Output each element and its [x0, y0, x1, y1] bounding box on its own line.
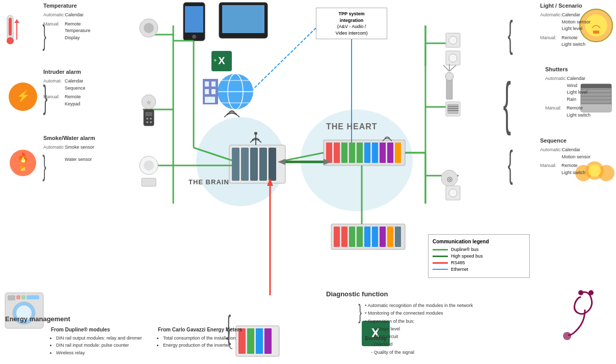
smoke-section: Smoke/Water alarm Automatic: Smoke senso… — [43, 135, 95, 163]
communication-legend: Communication legend Dupline® bus High s… — [428, 234, 530, 278]
dupline-item-2: DIN rail input module: pulse counter — [56, 342, 148, 349]
dupline-label: Dupline® bus — [451, 247, 478, 252]
intruder-auto-values: CalendarSequence — [65, 78, 86, 92]
sequence-brace: { — [507, 145, 513, 183]
light-manual-values: RemoteLight switch — [561, 35, 585, 48]
light-auto-values: CalendarMotion sensorLight level — [561, 12, 591, 33]
diag-item-3: • Supervision of the bus: — [365, 318, 473, 325]
temperature-section: Temperature Automatic: Calendar Manual: … — [43, 3, 91, 41]
dupline-modules-title: From Dupline® modules — [51, 327, 148, 332]
legend-item-highspeed: High speed bus — [433, 254, 525, 259]
heart-label: THE HEART — [326, 122, 378, 131]
dupline-modules-list: DIN rail output modules: relay and dimme… — [51, 334, 148, 356]
diag-item-2: • Monitoring of the connected modules — [365, 310, 473, 317]
rs485-line — [433, 262, 448, 264]
shutters-manual-values: RemoteLight switch — [567, 105, 591, 119]
smoke-auto-value: Smoke sensor — [65, 144, 95, 151]
smoke-auto-label: Automatic: — [43, 144, 65, 151]
carlo-gavazzi-title: From Carlo Gavazzi Energy Meters — [158, 327, 255, 332]
tpp-text: TPP systemintegration(A&V - Audio /Video… — [336, 11, 368, 36]
intruder-title: Intruder alarm — [43, 69, 86, 75]
diagnostic-section: Diagnostic function } • Automatic recogn… — [326, 290, 611, 356]
energy-section: Energy management From Dupline® modules … — [5, 315, 255, 356]
eventlog-label-container: Eventlog — [362, 333, 390, 341]
shutters-title: Shutters — [545, 66, 591, 72]
intruder-brace: } — [43, 80, 48, 114]
diagnostic-list: • Automatic recognition of the modules i… — [365, 302, 473, 356]
diag-item-1: • Automatic recognition of the modules i… — [365, 302, 473, 310]
light-auto-label: Automatic: — [540, 12, 562, 19]
highspeed-label: High speed bus — [451, 254, 483, 259]
dupline-item-3: Wireless relay — [56, 349, 148, 356]
dupline-modules-block: From Dupline® modules DIN rail output mo… — [51, 327, 148, 356]
temp-manual-values: RemoteTemperatureDisplay — [65, 21, 91, 42]
light-manual-label: Manual: — [540, 35, 561, 42]
smoke-title: Smoke/Water alarm — [43, 135, 95, 141]
shutters-auto-label: Automatic: — [545, 75, 567, 82]
carlo-item-2: Energy production of the inverter — [163, 342, 255, 349]
intruder-section: Intruder alarm Automat: CalendarSequence… — [43, 69, 86, 107]
shutters-brace: { — [503, 74, 511, 132]
smoke-brace: } — [43, 152, 46, 180]
highspeed-bus-line — [433, 256, 448, 257]
diagnostic-content: } • Automatic recognition of the modules… — [357, 302, 611, 356]
sequence-title: Sequence — [540, 137, 591, 144]
diag-item-7: - Quality of the signal — [365, 349, 473, 356]
diag-item-4: - Voltage level — [365, 325, 473, 333]
sequence-section: Sequence Automatic: CalendarMotion senso… — [540, 137, 591, 176]
shutters-section: Shutters Automatic: CalendarWindLight le… — [545, 66, 591, 119]
brain-label: THE BRAIN — [189, 178, 229, 186]
smoke-manual-value: Water sensor — [65, 156, 92, 163]
legend-item-rs485: RS485 — [433, 260, 525, 265]
tpp-box: TPP systemintegration(A&V - Audio /Video… — [316, 8, 387, 39]
sequence-manual-values: RemoteLight switch — [561, 162, 585, 176]
carlo-item-1: Total consumption of the installation — [163, 334, 255, 342]
shutters-auto-values: CalendarWindLight levelRain — [567, 75, 588, 103]
ethernet-line — [433, 269, 448, 270]
diagnostic-title: Diagnostic function — [326, 290, 611, 298]
legend-item-dupline: Dupline® bus — [433, 247, 525, 252]
light-section: Light / Scenario Automatic: CalendarMoti… — [540, 3, 591, 48]
temp-brace: } — [43, 21, 46, 49]
main-container: ⚡ 🔥 📶 X ✦ — [0, 0, 616, 364]
dupline-bus-line — [433, 249, 448, 250]
shutters-manual-label: Manual: — [545, 105, 567, 112]
light-title: Light / Scenario — [540, 3, 591, 9]
carlo-gavazzi-block: From Carlo Gavazzi Energy Meters Total c… — [158, 327, 255, 356]
rs485-label: RS485 — [451, 260, 465, 265]
sequence-auto-label: Automatic: — [540, 147, 562, 154]
diag-item-6: - Overload — [365, 341, 473, 348]
dupline-item-1: DIN rail output modules: relay and dimme… — [56, 334, 148, 342]
eventlog-label: Eventlog — [362, 335, 390, 341]
sequence-auto-values: CalendarMotion sensor — [561, 147, 591, 160]
ethernet-label: Ethernet — [451, 267, 468, 272]
energy-title: Energy management — [5, 315, 255, 323]
temp-title: Temperature — [43, 3, 91, 9]
legend-item-ethernet: Ethernet — [433, 267, 525, 272]
temp-auto-label: Automatic: — [43, 12, 65, 19]
light-brace: { — [507, 15, 513, 53]
temp-manual-label: Manual: — [43, 21, 65, 28]
legend-title: Communication legend — [433, 239, 525, 244]
temp-auto-value: Calendar — [65, 12, 84, 19]
intruder-manual-values: RemoteKeypad — [65, 94, 81, 107]
carlo-gavazzi-list: Total consumption of the installation En… — [158, 334, 255, 349]
sequence-manual-label: Manual: — [540, 162, 561, 170]
energy-brace: { — [227, 311, 231, 344]
